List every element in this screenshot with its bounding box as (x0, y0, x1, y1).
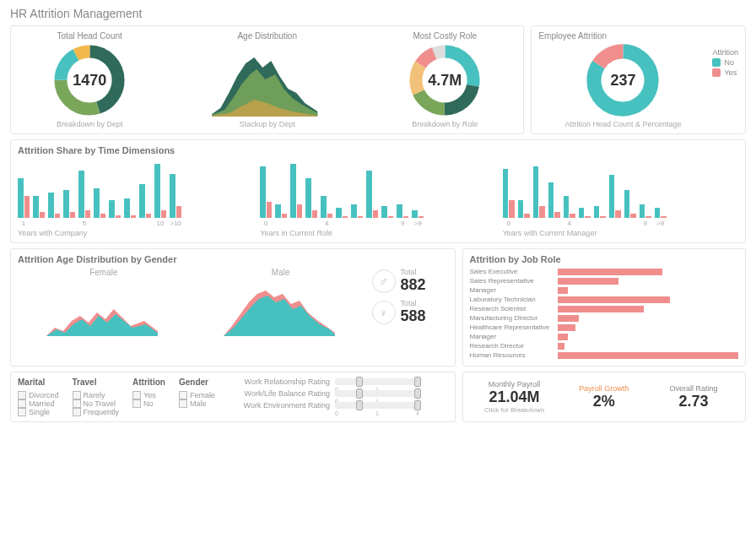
card-time-dimensions: Attrition Share by Time Dimensions 1510>… (10, 139, 746, 243)
checkbox-icon[interactable] (132, 391, 141, 399)
hbar-row[interactable]: Sales Executive (470, 268, 738, 275)
checkbox-icon[interactable] (132, 399, 141, 408)
slider-knob-low[interactable] (356, 377, 363, 387)
filter-option[interactable]: Single (18, 408, 59, 416)
hbar-fill (558, 334, 569, 340)
filter-option-label: Female (190, 391, 215, 399)
filter-travel: Travel RarelyNo TravelFrequently (73, 377, 120, 416)
bar (579, 208, 585, 218)
slider-knob-high[interactable] (414, 377, 421, 387)
area-age-dist-icon (166, 42, 368, 118)
bar (343, 216, 348, 218)
card-attrition[interactable]: Employee Attrition 237 Attrition Head Co… (531, 25, 746, 134)
filter-option[interactable]: Female (179, 391, 215, 399)
bar (518, 200, 524, 218)
hbar-row[interactable]: Research Director (470, 342, 738, 350)
filter-option[interactable]: Yes (132, 391, 165, 399)
kpi-payroll-value: 21.04M (470, 388, 559, 406)
bars-caption: Years with Company (18, 229, 253, 237)
hbar-row[interactable]: Research Scientist (470, 305, 738, 312)
hbar-row[interactable]: Manager (470, 286, 738, 294)
hbar-row[interactable]: Sales Representative (470, 277, 738, 285)
card-costly-role[interactable]: Most Costly Role 4.7M Breakdown by Role (373, 31, 516, 128)
hbar-label: Research Scientist (470, 305, 554, 312)
slider[interactable]: 014 (335, 378, 419, 385)
checkbox-icon[interactable] (73, 391, 81, 399)
hbar-label: Manufacturing Director (470, 314, 554, 322)
kpi-payroll-label: Monthly Payroll (470, 380, 559, 388)
costly-role-value: 4.7M (428, 72, 462, 90)
hbar-label: Healthcare Representative (470, 323, 554, 331)
total-val-1: 588 (401, 307, 426, 325)
slider-knob-low[interactable] (356, 400, 363, 410)
hbar-label: Sales Representative (470, 277, 554, 285)
head-count-value: 1470 (73, 72, 106, 90)
slider-knob-high[interactable] (414, 400, 421, 410)
hbar-fill (558, 306, 645, 312)
filter-option[interactable]: Divorced (18, 391, 59, 399)
checkbox-icon[interactable] (179, 399, 187, 408)
bar (18, 178, 24, 218)
attrition-caption: Attrition Head Count & Percentage (564, 120, 681, 128)
bar (94, 188, 100, 218)
slider[interactable]: 014 (335, 390, 419, 397)
hbar-row[interactable]: Laboratory Technician (470, 296, 738, 303)
bar-chart-1[interactable] (260, 159, 495, 218)
checkbox-icon[interactable] (179, 391, 187, 399)
bars-caption: Years in Current Role (260, 229, 495, 237)
bar (131, 215, 137, 219)
hbar-row[interactable]: Human Resources (470, 351, 738, 359)
slider-knob-low[interactable] (356, 388, 363, 399)
filter-option[interactable]: No (132, 399, 165, 408)
bar (33, 196, 39, 218)
slider-knob-high[interactable] (414, 388, 421, 399)
bar (116, 215, 122, 219)
filter-option[interactable]: Male (179, 399, 215, 408)
bar (630, 214, 636, 218)
filter-option[interactable]: Frequently (73, 408, 120, 416)
bar (397, 204, 402, 218)
kpi-rating-value: 2.73 (649, 393, 738, 410)
hbar-row[interactable]: Healthcare Representative (470, 323, 738, 331)
checkbox-icon[interactable] (18, 408, 26, 416)
hbar-label: Sales Executive (470, 268, 554, 275)
checkbox-icon[interactable] (18, 399, 26, 408)
hbar-fill (558, 278, 619, 285)
page-title: HR Attrition Management (10, 7, 746, 20)
bar (509, 200, 515, 218)
total-val-0: 882 (401, 276, 426, 294)
bar (154, 164, 160, 218)
card-head-count[interactable]: Total Head Count 1470 Breakdown by Dept (18, 31, 161, 128)
checkbox-icon[interactable] (73, 408, 81, 416)
head-count-caption: Breakdown by Dept (57, 120, 123, 128)
checkbox-icon[interactable] (18, 391, 26, 399)
card-age-dist[interactable]: Age Distribution Stackup by Dept (166, 31, 368, 128)
area-male-icon (195, 279, 367, 338)
kpi-growth-label: Payroll Growth (559, 384, 649, 393)
filter-option[interactable]: Rarely (73, 391, 120, 399)
filter-option[interactable]: No Travel (73, 399, 120, 408)
time-title: Attrition Share by Time Dimensions (18, 145, 738, 155)
hbar-row[interactable]: Manager (470, 333, 738, 340)
slider-label: Work/Life Balance Rating (229, 389, 330, 398)
kpi-payroll[interactable]: Monthly Payroll 21.04M Click for Breakdo… (470, 380, 559, 414)
filter-option[interactable]: Married (18, 399, 59, 408)
card-kpis[interactable]: Monthly Payroll 21.04M Click for Breakdo… (462, 372, 746, 422)
bar (351, 204, 357, 218)
gender-title: Attrition Age Distribution by Gender (18, 254, 448, 264)
head-count-title: Total Head Count (57, 31, 122, 41)
bar-chart-2[interactable] (503, 159, 738, 218)
hbar-row[interactable]: Manufacturing Director (470, 314, 738, 322)
bar (524, 214, 530, 218)
slider[interactable]: 014 (335, 402, 419, 409)
card-job-role: Attrition by Job Role Sales ExecutiveSal… (462, 248, 746, 367)
hbar-fill (558, 352, 738, 359)
bar (282, 214, 288, 218)
bar (373, 210, 379, 218)
checkbox-icon[interactable] (73, 399, 81, 408)
filter-option-label: Divorced (29, 391, 59, 399)
bar (570, 214, 575, 218)
bar-chart-0[interactable] (18, 159, 253, 218)
bar (548, 182, 554, 218)
bar (366, 171, 372, 218)
